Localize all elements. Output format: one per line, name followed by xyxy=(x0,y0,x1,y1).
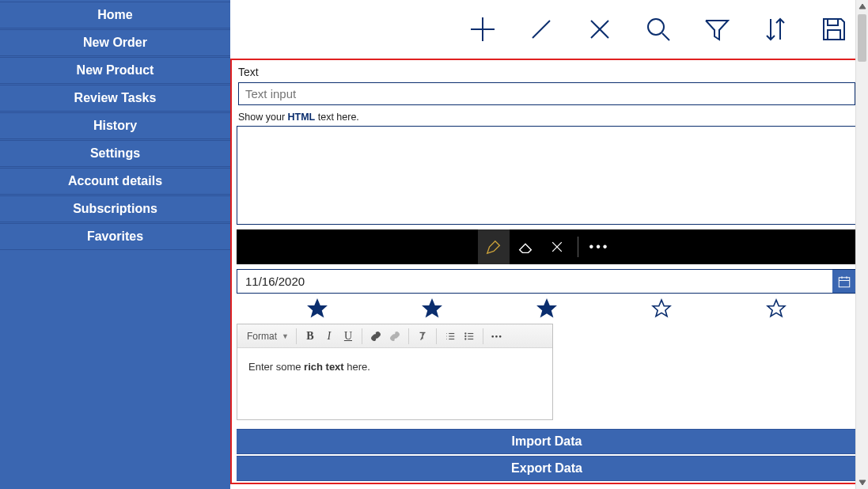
separator xyxy=(578,237,578,257)
ordered-list-icon[interactable] xyxy=(441,327,460,346)
sidebar: Home New Order New Product Review Tasks … xyxy=(0,0,230,489)
more-icon[interactable]: ••• xyxy=(583,240,616,254)
clear-format-icon[interactable] xyxy=(413,327,432,346)
scroll-down-icon[interactable] xyxy=(856,476,868,489)
rating xyxy=(237,297,857,320)
text-input[interactable] xyxy=(238,82,855,105)
sidebar-item-new-product[interactable]: New Product xyxy=(0,57,230,84)
search-icon[interactable] xyxy=(639,9,678,49)
filter-icon[interactable] xyxy=(697,9,737,49)
sort-icon[interactable] xyxy=(756,9,795,49)
svg-point-5 xyxy=(648,19,664,35)
rte-toolbar: Format ▼ B I U ••• xyxy=(237,324,552,348)
star-5[interactable] xyxy=(766,298,787,319)
unlink-icon[interactable] xyxy=(385,327,404,346)
svg-marker-35 xyxy=(859,480,866,485)
sidebar-item-history[interactable]: History xyxy=(0,112,230,139)
italic-icon[interactable]: I xyxy=(320,327,339,346)
eraser-icon[interactable] xyxy=(510,229,541,264)
date-input[interactable] xyxy=(237,270,832,293)
form-area: Text Show your HTML text here. xyxy=(230,59,863,484)
svg-rect-9 xyxy=(828,19,838,25)
underline-icon[interactable]: U xyxy=(339,327,358,346)
calendar-icon[interactable] xyxy=(832,270,856,293)
sidebar-item-subscriptions[interactable]: Subscriptions xyxy=(0,195,230,222)
svg-rect-10 xyxy=(828,30,840,40)
svg-point-33 xyxy=(465,338,466,339)
star-2[interactable] xyxy=(422,298,442,319)
svg-line-2 xyxy=(533,21,550,38)
signature-toolbar: ••• xyxy=(237,229,857,264)
add-icon[interactable] xyxy=(463,9,502,49)
clear-icon[interactable] xyxy=(541,229,573,264)
svg-point-31 xyxy=(465,332,466,333)
rich-text-editor: Format ▼ B I U ••• xyxy=(237,324,553,420)
sidebar-item-home[interactable]: Home xyxy=(0,2,230,28)
close-icon[interactable] xyxy=(580,9,620,49)
sidebar-item-settings[interactable]: Settings xyxy=(0,140,230,167)
import-data-button[interactable]: Import Data xyxy=(237,429,857,454)
rte-format-dropdown[interactable]: Format xyxy=(241,328,296,344)
svg-marker-21 xyxy=(768,300,785,317)
toolbar xyxy=(230,0,868,59)
sidebar-item-account-details[interactable]: Account details xyxy=(0,168,230,195)
svg-marker-34 xyxy=(859,4,866,9)
save-icon[interactable] xyxy=(814,9,854,49)
svg-marker-18 xyxy=(423,300,441,317)
bullet-list-icon[interactable] xyxy=(460,327,479,346)
text-label: Text xyxy=(232,60,862,82)
date-field xyxy=(237,269,857,294)
scroll-thumb[interactable] xyxy=(858,14,866,62)
svg-marker-20 xyxy=(653,300,670,317)
scrollbar[interactable] xyxy=(855,0,868,489)
bottom-buttons: Import Data Export Data xyxy=(232,427,862,483)
svg-rect-13 xyxy=(839,277,850,286)
svg-marker-17 xyxy=(309,300,327,317)
edit-icon[interactable] xyxy=(521,9,561,49)
rte-body[interactable]: Enter some rich text here. xyxy=(237,348,552,419)
sidebar-item-new-order[interactable]: New Order xyxy=(0,29,230,56)
sidebar-item-review-tasks[interactable]: Review Tasks xyxy=(0,85,230,112)
svg-line-6 xyxy=(662,33,669,40)
sidebar-item-favorites[interactable]: Favorites xyxy=(0,223,230,250)
scroll-up-icon[interactable] xyxy=(856,0,868,13)
star-1[interactable] xyxy=(307,298,328,319)
html-area[interactable] xyxy=(237,126,857,225)
svg-marker-19 xyxy=(538,300,555,317)
html-hint: Show your HTML text here. xyxy=(232,108,862,124)
bold-icon[interactable]: B xyxy=(301,327,320,346)
rte-more-icon[interactable]: ••• xyxy=(487,327,506,346)
star-4[interactable] xyxy=(651,298,672,319)
link-icon[interactable] xyxy=(366,327,385,346)
main-area: Text Show your HTML text here. xyxy=(230,0,868,489)
svg-point-32 xyxy=(465,335,466,336)
star-3[interactable] xyxy=(536,298,557,319)
export-data-button[interactable]: Export Data xyxy=(237,456,857,481)
pen-icon[interactable] xyxy=(478,229,510,264)
